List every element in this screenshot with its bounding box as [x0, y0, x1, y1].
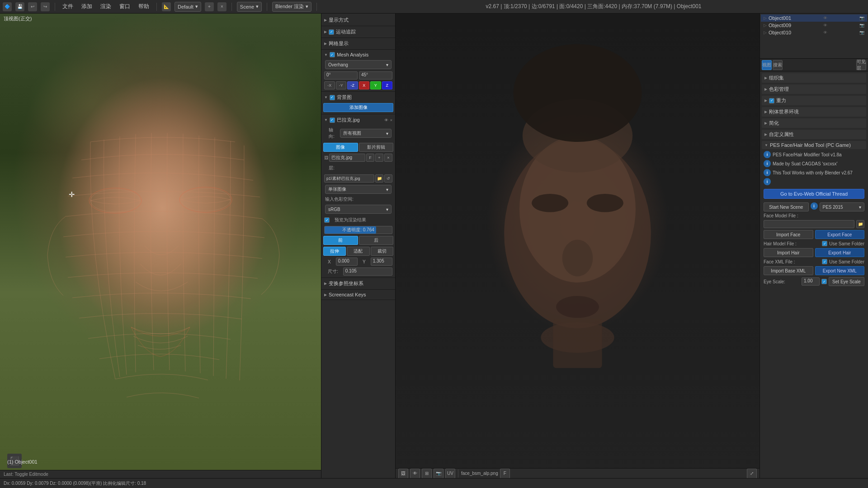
select-btn[interactable]: ⊞ [422, 469, 432, 479]
close-icon[interactable]: × [390, 118, 392, 122]
display-mode-header[interactable]: ▶ 显示方式 [321, 15, 395, 25]
screencast-header[interactable]: ▶ Screencast Keys [321, 291, 395, 299]
mesh-analysis-header[interactable]: ▼ ✓ Mesh Analysis [321, 51, 395, 59]
bg-image-header[interactable]: ▼ ✓ 背景图 [321, 93, 395, 102]
motion-track-check[interactable]: ✓ [329, 29, 334, 35]
save-icon[interactable]: 💾 [15, 2, 24, 11]
texture-check[interactable]: ✓ [330, 117, 335, 123]
opacity-bar[interactable]: 不透明度: 0.764 [324, 226, 392, 234]
simplify-header[interactable]: ▶ 简化 [762, 118, 866, 128]
render-icon-010[interactable]: 📷 [859, 30, 864, 35]
object-item-010[interactable]: ▷ Object010 👁 📷 [761, 29, 867, 36]
redo-icon[interactable]: ↪ [41, 2, 50, 11]
search-tab-btn[interactable]: 搜索 [773, 60, 783, 70]
render-mode-btn[interactable]: 🖼 [398, 469, 408, 479]
set-eye-scale-btn[interactable]: Set Eye Scale [829, 277, 864, 286]
file-browse-btn[interactable]: F [366, 154, 374, 162]
mesh-display-header[interactable]: ▶ 网格显示 [321, 39, 395, 48]
source-browse-btn[interactable]: 📁 [375, 174, 383, 183]
vis-icon-010[interactable]: 👁 [823, 30, 827, 35]
axis-neg-x[interactable]: -X [324, 81, 335, 89]
file-del-btn[interactable]: × [384, 154, 392, 162]
custom-props-header[interactable]: ▶ 自定义属性 [762, 130, 866, 139]
uv-btn[interactable]: UV [445, 469, 455, 479]
right-viewport[interactable]: 🖼 👁 ⊞ 📷 UV face_bsm_alp.png F ⤢ [396, 14, 760, 478]
size-input[interactable]: 0.105 [343, 267, 392, 276]
menu-window[interactable]: 窗口 [117, 2, 132, 11]
menu-file[interactable]: 文件 [60, 2, 75, 11]
transform-header[interactable]: ▶ 变换参照坐标系 [321, 279, 395, 288]
object-item-001[interactable]: ▷ Object001 👁 📷 [761, 14, 867, 22]
eye-scale-check[interactable]: ✓ [821, 279, 827, 284]
menu-help[interactable]: 帮助 [136, 2, 151, 11]
object-item-009[interactable]: ▷ Object009 👁 📷 [761, 22, 867, 29]
axis-z[interactable]: Z [382, 81, 393, 89]
pes-tool-header[interactable]: ▼ PES Face/Hair Mod Tool (PC Game) [762, 141, 866, 149]
color-mgmt-header[interactable]: ▶ 色彩管理 [762, 84, 866, 94]
axis-dropdown[interactable]: 所有视图 ▾ [340, 129, 392, 138]
gravity-header[interactable]: ▶ ✓ 重力 [762, 96, 866, 105]
face-model-input[interactable] [764, 220, 854, 228]
undo-icon[interactable]: ↩ [28, 2, 37, 11]
gravity-check[interactable]: ✓ [769, 98, 774, 103]
angle-input-1[interactable]: 0° [324, 71, 358, 80]
vis-icon-001[interactable]: 👁 [823, 16, 827, 20]
mesh-analysis-check[interactable]: ✓ [330, 52, 335, 57]
color-space-dropdown[interactable]: sRGB ▾ [325, 205, 392, 214]
preview-check[interactable]: ✓ [324, 217, 330, 223]
world-env-header[interactable]: ▶ 刚体世界环境 [762, 107, 866, 117]
tab-clip[interactable]: 影片剪辑 [359, 143, 394, 152]
import-hair-btn[interactable]: Import Hair [764, 248, 813, 257]
face-model-browse-btn[interactable]: 📁 [856, 220, 864, 228]
source-reload-btn[interactable]: ↺ [384, 174, 392, 183]
vis-icon-009[interactable]: 👁 [823, 23, 827, 28]
export-hair-btn[interactable]: Export Hair [815, 248, 865, 257]
add-workspace-icon[interactable]: + [205, 2, 214, 11]
tab-match[interactable]: 适配 [347, 247, 369, 256]
image-btn[interactable]: 📷 [434, 469, 443, 479]
btn-back[interactable]: 后 [359, 236, 394, 245]
axis-neg-z[interactable]: -Z [347, 81, 358, 89]
texture-panel-header[interactable]: ▼ ✓ 巴拉克.jpg 👁 × [321, 115, 395, 125]
visible-layers-btn[interactable]: 可见层 [856, 60, 866, 70]
file-new-btn[interactable]: + [375, 154, 383, 162]
bg-image-check[interactable]: ✓ [330, 95, 335, 100]
axis-x[interactable]: X [359, 81, 370, 89]
import-face-btn[interactable]: Import Face [764, 230, 813, 239]
eye-scale-input[interactable]: 1.00 [802, 277, 820, 286]
btn-front[interactable]: 前 [323, 236, 358, 245]
x-input[interactable]: 0.000 [336, 258, 358, 266]
tab-image[interactable]: 图像 [323, 143, 358, 152]
pes-version-dropdown[interactable]: PES 2015 ▾ [820, 202, 865, 211]
render-icon-009[interactable]: 📷 [859, 23, 864, 28]
use-same-hair-check[interactable]: ✓ [822, 241, 827, 246]
remove-workspace-icon[interactable]: × [217, 2, 226, 11]
import-base-xml-btn[interactable]: Import Base XML [764, 266, 813, 275]
y-input[interactable]: 1.305 [371, 258, 392, 266]
editor-type-icon[interactable]: 📐 [162, 2, 171, 11]
left-viewport[interactable]: 顶视图(正交) ✛ ⬛ (1) Object001 Last: Toggle E… [0, 14, 321, 478]
axis-neg-y[interactable]: -Y [336, 81, 347, 89]
tab-crop[interactable]: 裁切 [371, 247, 393, 256]
use-same-xml-check[interactable]: ✓ [822, 259, 827, 264]
export-face-btn[interactable]: Export Face [815, 230, 865, 239]
view-btn[interactable]: 👁 [410, 469, 420, 479]
add-image-btn[interactable]: 添加图像 [323, 103, 393, 112]
render-icon-001[interactable]: 📷 [859, 16, 864, 20]
scene-dropdown[interactable]: Scene ▾ [237, 2, 262, 12]
export-new-xml-btn[interactable]: Export New XML [815, 266, 865, 275]
start-new-scene-btn[interactable]: Start New Scene [764, 202, 809, 211]
evo-thread-btn[interactable]: Go to Evo-Web Official Thread [764, 189, 864, 199]
menu-render[interactable]: 渲染 [98, 2, 113, 11]
angle-input-2[interactable]: 45° [359, 71, 392, 80]
axis-y[interactable]: Y [370, 81, 381, 89]
view-tab-btn[interactable]: 视图 [762, 60, 772, 70]
analysis-type-dropdown[interactable]: Overhang ▾ [325, 60, 392, 69]
file-browse-btn[interactable]: F [500, 469, 510, 479]
maximize-btn[interactable]: ⤢ [747, 469, 757, 479]
workspace-dropdown[interactable]: Default ▾ [175, 2, 201, 12]
tab-fit[interactable]: 拉伸 [323, 247, 346, 256]
eye-icon[interactable]: 👁 [384, 118, 388, 122]
engine-dropdown[interactable]: Blender 渲染 ▾ [272, 2, 311, 12]
collection-header[interactable]: ▶ 组织集 [762, 73, 866, 83]
